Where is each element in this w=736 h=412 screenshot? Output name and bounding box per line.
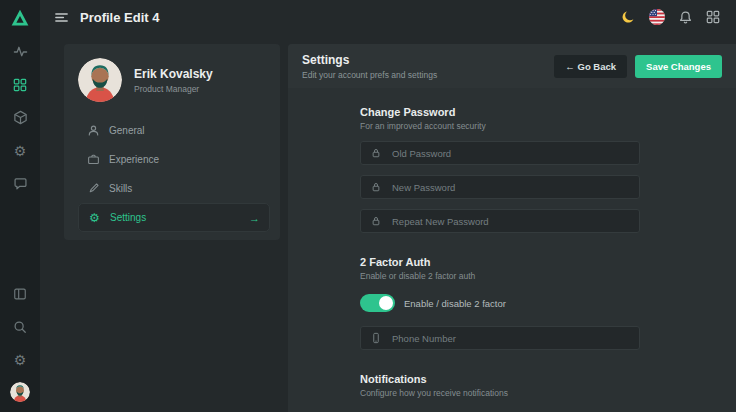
profile-role: Product Manager xyxy=(134,84,213,94)
two-factor-toggle-row: Enable / disable 2 factor xyxy=(360,294,736,312)
apps-grid-icon[interactable] xyxy=(706,10,720,24)
dark-mode-moon-icon[interactable] xyxy=(621,10,636,25)
section-subheading: Configure how you receive notifications xyxy=(360,388,736,398)
menu-item-label: Settings xyxy=(110,212,146,223)
pen-icon xyxy=(87,182,100,195)
section-subheading: Enable or disable 2 factor auth xyxy=(360,271,736,281)
lock-icon xyxy=(370,181,382,193)
settings-title-block: Settings Edit your account prefs and set… xyxy=(302,53,437,80)
arrow-right-icon: → xyxy=(249,212,260,224)
icon-rail: ⚙ ⚙ xyxy=(0,0,40,412)
menu-item-experience[interactable]: Experience xyxy=(78,145,270,174)
settings-form: Change Password For an improved account … xyxy=(288,88,736,398)
app-logo-icon[interactable] xyxy=(9,7,31,29)
profile-head: Erik Kovalsky Product Manager xyxy=(78,58,270,102)
settings-subtitle: Edit your account prefs and settings xyxy=(302,70,437,80)
section-subheading: For an improved account security xyxy=(360,121,736,131)
dashboard-grid-icon[interactable] xyxy=(0,68,40,101)
two-factor-toggle-label: Enable / disable 2 factor xyxy=(404,298,506,309)
two-factor-toggle[interactable] xyxy=(360,294,395,312)
settings-header-actions: ← Go Back Save Changes xyxy=(554,55,722,78)
gear-icon[interactable]: ⚙ xyxy=(0,134,40,167)
menu-item-general[interactable]: General xyxy=(78,116,270,145)
settings-title: Settings xyxy=(302,53,437,67)
repeat-password-input[interactable] xyxy=(390,215,630,228)
profile-menu: General Experience Skills ⚙ Settings → xyxy=(78,116,270,232)
section-heading: 2 Factor Auth xyxy=(360,256,736,268)
profile-identity: Erik Kovalsky Product Manager xyxy=(134,67,213,94)
section-heading: Notifications xyxy=(360,373,736,385)
chat-icon[interactable] xyxy=(0,167,40,200)
lock-icon xyxy=(370,215,382,227)
menu-item-label: Experience xyxy=(109,154,159,165)
settings-panel-header: Settings Edit your account prefs and set… xyxy=(288,44,736,88)
notifications-bell-icon[interactable] xyxy=(678,10,693,25)
menu-item-settings[interactable]: ⚙ Settings → xyxy=(78,203,270,232)
settings-gear-icon[interactable]: ⚙ xyxy=(0,343,40,376)
page-title: Profile Edit 4 xyxy=(80,10,159,25)
person-icon xyxy=(87,124,100,137)
topbar: Profile Edit 4 xyxy=(40,0,736,34)
notifications-section: Notifications Configure how you receive … xyxy=(360,373,736,398)
profile-name: Erik Kovalsky xyxy=(134,67,213,81)
old-password-field[interactable] xyxy=(360,141,640,165)
old-password-input[interactable] xyxy=(390,147,630,160)
new-password-field[interactable] xyxy=(360,175,640,199)
profile-card: Erik Kovalsky Product Manager General Ex… xyxy=(64,44,280,240)
gear-icon: ⚙ xyxy=(88,211,101,225)
topbar-actions xyxy=(621,9,736,25)
language-flag-icon[interactable] xyxy=(649,9,665,25)
user-avatar-small[interactable] xyxy=(10,382,30,402)
section-heading: Change Password xyxy=(360,106,736,118)
activity-icon[interactable] xyxy=(0,35,40,68)
menu-item-label: Skills xyxy=(109,183,132,194)
phone-number-input[interactable] xyxy=(390,332,630,345)
settings-panel: Settings Edit your account prefs and set… xyxy=(288,44,736,412)
menu-item-skills[interactable]: Skills xyxy=(78,174,270,203)
profile-avatar[interactable] xyxy=(78,58,122,102)
briefcase-icon xyxy=(87,153,100,166)
menu-item-label: General xyxy=(109,125,145,136)
search-icon[interactable] xyxy=(0,310,40,343)
panels-icon[interactable] xyxy=(0,277,40,310)
two-factor-section: 2 Factor Auth Enable or disable 2 factor… xyxy=(360,256,736,350)
save-changes-button[interactable]: Save Changes xyxy=(635,55,722,78)
menu-hamburger-icon[interactable] xyxy=(54,10,69,25)
new-password-input[interactable] xyxy=(390,181,630,194)
change-password-section: Change Password For an improved account … xyxy=(360,106,736,233)
package-icon[interactable] xyxy=(0,101,40,134)
go-back-button[interactable]: ← Go Back xyxy=(554,55,627,78)
repeat-password-field[interactable] xyxy=(360,209,640,233)
toggle-knob xyxy=(379,296,393,310)
phone-icon xyxy=(370,332,382,344)
lock-icon xyxy=(370,147,382,159)
phone-number-field[interactable] xyxy=(360,326,640,350)
